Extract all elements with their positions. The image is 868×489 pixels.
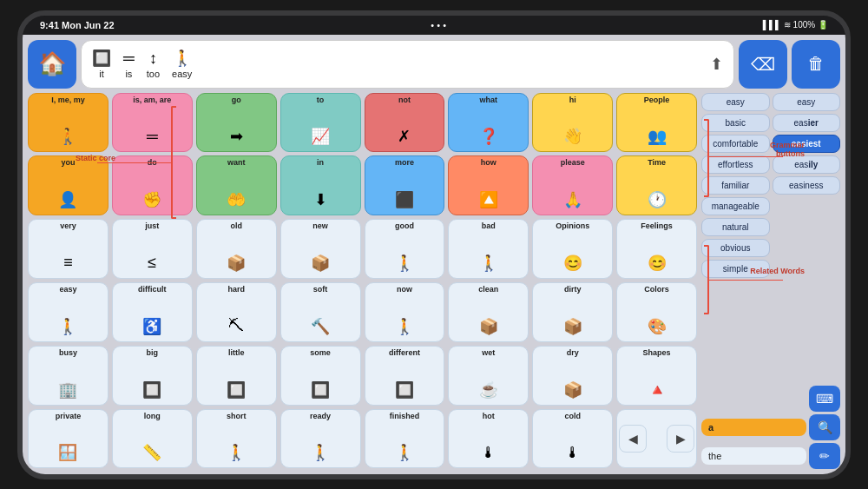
sentence-word-it: 🔲 it <box>92 49 111 79</box>
cell-just[interactable]: just ≤ <box>112 219 193 279</box>
cell-long[interactable]: long 📏 <box>112 409 193 469</box>
cell-people[interactable]: People 👥 <box>616 93 697 153</box>
word-input-row-2: the ✏ <box>701 443 840 469</box>
sentence-word-easy: 🚶 easy <box>172 49 192 79</box>
grammar-easily[interactable]: easily <box>773 155 841 174</box>
backspace-icon: ⌫ <box>751 54 775 75</box>
cell-difficult[interactable]: difficult ♿ <box>112 282 193 342</box>
trash-icon: 🗑 <box>807 54 825 74</box>
cell-some[interactable]: some 🔲 <box>280 346 361 406</box>
status-dots: • • • <box>431 20 446 30</box>
cell-ready[interactable]: ready 🚶 <box>280 409 361 469</box>
cell-now[interactable]: now 🚶 <box>365 282 445 342</box>
grammar-easy[interactable]: easy <box>701 93 770 111</box>
cell-you[interactable]: you 👤 <box>28 155 108 215</box>
grammar-natural[interactable]: natural <box>701 218 770 236</box>
cell-how[interactable]: how 🔼 <box>448 155 529 215</box>
cell-is-am-are[interactable]: is, am, are ═ <box>112 93 193 153</box>
cell-cold[interactable]: cold 🌡 <box>532 409 613 469</box>
cell-good[interactable]: good 🚶 <box>365 219 445 279</box>
search-button[interactable]: 🔍 <box>809 414 840 440</box>
cell-old[interactable]: old 📦 <box>196 219 277 279</box>
sentence-word-too: ↕ too <box>147 50 160 79</box>
home-icon: 🏠 <box>38 50 66 77</box>
cell-please[interactable]: please 🙏 <box>532 155 613 215</box>
cell-go[interactable]: go ➡ <box>196 93 277 153</box>
cell-busy[interactable]: busy 🏢 <box>28 346 108 406</box>
grammar-simple[interactable]: simple <box>701 260 770 278</box>
cell-colors[interactable]: Colors 🎨 <box>616 282 697 342</box>
grammar-easier[interactable]: easier <box>773 114 841 132</box>
grammar-comfortable[interactable]: comfortable <box>701 135 770 153</box>
cell-hi[interactable]: hi 👋 <box>532 93 613 153</box>
ipad-frame: 9:41 Mon Jun 22 • • • ▌▌▌ ≋ 100% 🔋 🏠 🔲 i… <box>17 10 851 479</box>
cell-different[interactable]: different 🔲 <box>365 346 445 406</box>
word-input-row-1: a 🔍 <box>701 414 840 440</box>
nav-forward-arrow[interactable]: ▶ <box>667 425 694 453</box>
keyboard-button[interactable]: ⌨ <box>809 386 840 412</box>
main-grid: I, me, my 🚶 is, am, are ═ go ➡ to 📈 <box>28 93 697 469</box>
cell-more[interactable]: more ⬛ <box>365 155 445 215</box>
pencil-button[interactable]: ✏ <box>809 443 840 469</box>
grammar-obvious[interactable]: obvious <box>701 239 770 257</box>
cell-want[interactable]: want 🤲 <box>196 155 277 215</box>
grammar-effortless[interactable]: effortless <box>701 155 770 174</box>
word-row-3: busy 🏢 big 🔲 little 🔲 some 🔲 <box>28 346 697 406</box>
cell-easy[interactable]: easy 🚶 <box>28 282 108 342</box>
sentence-word-is: ═ is <box>123 50 135 79</box>
cell-little[interactable]: little 🔲 <box>196 346 277 406</box>
word-input-the[interactable]: the <box>701 447 806 465</box>
core-row-2: you 👤 do ✊ want 🤲 in ⬇ <box>28 155 697 215</box>
trash-button[interactable]: 🗑 <box>792 40 840 89</box>
grammar-easy2[interactable]: easy <box>773 93 841 111</box>
grammar-basic[interactable]: basic <box>701 114 770 132</box>
backspace-button[interactable]: ⌫ <box>739 40 787 89</box>
word-row-2: easy 🚶 difficult ♿ hard ⛏ soft 🔨 <box>28 282 697 342</box>
grammar-easiness[interactable]: easiness <box>773 176 841 195</box>
cell-hot[interactable]: hot 🌡 <box>448 409 529 469</box>
cell-i-me-my[interactable]: I, me, my 🚶 <box>28 93 108 153</box>
cell-private[interactable]: private 🪟 <box>28 409 108 469</box>
cell-what[interactable]: what ❓ <box>448 93 529 153</box>
cell-dry[interactable]: dry 📦 <box>532 346 613 406</box>
grammar-columns: easy basic comfortable effortless famili… <box>701 93 840 278</box>
cell-shapes[interactable]: Shapes 🔺 <box>616 346 697 406</box>
cell-big[interactable]: big 🔲 <box>112 346 193 406</box>
word-row-4: private 🪟 long 📏 short 🚶 ready 🚶 <box>28 409 697 469</box>
cell-finished[interactable]: finished 🚶 <box>365 409 445 469</box>
cell-clean[interactable]: clean 📦 <box>448 282 529 342</box>
core-row-1: I, me, my 🚶 is, am, are ═ go ➡ to 📈 <box>28 93 697 153</box>
cell-to[interactable]: to 📈 <box>280 93 361 153</box>
word-input-a[interactable]: a <box>701 419 806 436</box>
grammar-easiest[interactable]: easiest <box>773 135 841 153</box>
cell-bad[interactable]: bad 🚶 <box>448 219 529 279</box>
grid-area: Static core Grammarbuttons Related Words <box>28 93 840 469</box>
grammar-col-1: easy basic comfortable effortless famili… <box>701 93 770 278</box>
cell-new[interactable]: new 📦 <box>280 219 361 279</box>
cell-feelings[interactable]: Feelings 😊 <box>616 219 697 279</box>
cell-nav-arrows: ◀ ▶ <box>616 409 697 469</box>
right-panel: easy basic comfortable effortless famili… <box>701 93 840 469</box>
word-row-1: very ≡ just ≤ old 📦 new 📦 <box>28 219 697 279</box>
cell-opinions[interactable]: Opinions 😊 <box>532 219 613 279</box>
cell-very[interactable]: very ≡ <box>28 219 108 279</box>
cell-dirty[interactable]: dirty 📦 <box>532 282 613 342</box>
status-time: 9:41 Mon Jun 22 <box>40 20 115 30</box>
home-button[interactable]: 🏠 <box>28 40 76 89</box>
grammar-familiar[interactable]: familiar <box>701 176 770 195</box>
status-bar: 9:41 Mon Jun 22 • • • ▌▌▌ ≋ 100% 🔋 <box>23 16 845 35</box>
status-indicators: ▌▌▌ ≋ 100% 🔋 <box>763 20 828 30</box>
cell-time[interactable]: Time 🕐 <box>616 155 697 215</box>
cell-in[interactable]: in ⬇ <box>280 155 361 215</box>
cell-hard[interactable]: hard ⛏ <box>196 282 277 342</box>
cell-short[interactable]: short 🚶 <box>196 409 277 469</box>
cell-do[interactable]: do ✊ <box>112 155 193 215</box>
nav-back-arrow[interactable]: ◀ <box>619 425 647 453</box>
sentence-bar: 🔲 it ═ is ↕ too 🚶 easy ⬆ <box>81 40 734 89</box>
grammar-manageable[interactable]: manageable <box>701 197 770 215</box>
cell-not[interactable]: not ✗ <box>365 93 445 153</box>
cell-soft[interactable]: soft 🔨 <box>280 282 361 342</box>
cell-wet[interactable]: wet ☕ <box>448 346 529 406</box>
share-button[interactable]: ⬆ <box>710 55 723 74</box>
top-bar: 🏠 🔲 it ═ is ↕ too 🚶 easy <box>28 40 840 89</box>
